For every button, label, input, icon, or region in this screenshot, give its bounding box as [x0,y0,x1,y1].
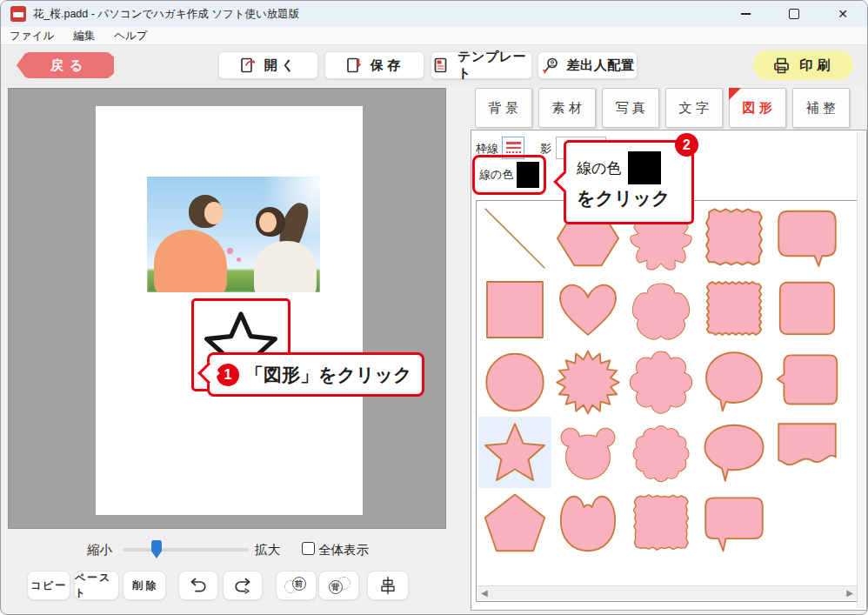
line-style-thin [506,147,521,149]
shape-cell-circle[interactable] [478,345,551,417]
step1-callout: 1 「図形」をクリック [207,352,424,397]
children-photo[interactable] [147,177,320,292]
menu-file[interactable]: ファイル [10,29,54,43]
back-button[interactable]: 戻る [17,52,114,78]
zoom-controls: 縮小 拡大 全体表示 [1,535,464,566]
shape-cell-wavy-ribbon[interactable] [771,417,844,488]
fine-stamp-square-icon [699,276,769,344]
shape-cell-torn-square[interactable] [624,488,698,559]
shape-cell-heart[interactable] [551,274,624,345]
tab-text[interactable]: 文字 [665,88,723,128]
shape-cell-left-point-bubble[interactable] [771,345,844,417]
child-left-face [204,202,224,224]
shape-cell-rounded-square[interactable] [771,274,844,345]
shape-cell-circle-speech-bubble[interactable] [698,345,771,417]
tulip-icon [553,490,623,558]
shape-cell-square[interactable] [478,274,551,345]
tab-adjust[interactable]: 補整 [792,88,850,128]
postcard-page[interactable] [96,106,363,515]
line-style-dotted [506,151,521,153]
oval-speech-bubble-icon [699,418,769,486]
enlarge-label: 拡大 [255,542,280,558]
shape-cell-eight-petal-flower[interactable] [624,345,698,417]
line-color-label: 線の色 [479,167,513,183]
svg-text:〒: 〒 [543,69,549,75]
undo-button[interactable] [178,571,218,600]
redo-icon [232,575,253,596]
zoom-slider-handle[interactable] [151,540,162,558]
shape-cell-star[interactable] [478,417,551,488]
align-center-button[interactable] [367,571,409,600]
scroll-left-icon[interactable]: ◀ [481,589,488,598]
copy-button[interactable]: コピー [27,571,70,600]
flower-dot [227,248,233,254]
app-icon [10,6,26,22]
twelve-petal-flower-icon [626,418,696,486]
shape-cell-diagonal-line[interactable] [478,203,551,274]
template-icon [431,56,451,75]
bear-face-icon [553,418,623,486]
palette-horizontal-scrollbar[interactable]: ◀ ▶ [477,585,857,600]
circle-speech-bubble-icon [699,347,769,415]
pentagon-icon [480,490,550,558]
redo-button[interactable] [223,571,263,600]
tab-photo[interactable]: 写真 [602,88,659,128]
menu-edit[interactable]: 編集 [73,29,95,43]
shape-cell-round-speech-bubble[interactable] [771,203,844,274]
fit-view-checkbox[interactable] [302,542,315,555]
shape-cell-starburst[interactable] [551,345,624,417]
titlebar: 花_桜.padd - パソコンでハガキ作成 ソフト使い放題版 ✕ [1,1,867,27]
sender-placement-label: 差出人配置 [567,57,635,74]
diagonal-line-icon [480,204,550,272]
shape-cell-bear-face[interactable] [551,417,624,488]
shape-panel: 枠線 影 線の色 2 線の色 をクリック [471,130,867,611]
open-button[interactable]: 開く [218,51,318,79]
panel-vertical-scrollbar[interactable] [857,132,865,608]
window-title: 花_桜.padd - パソコンでハガキ作成 ソフト使い放題版 [33,7,299,22]
template-button[interactable]: テンプレート [431,51,532,79]
sender-placement-button[interactable]: 〒 差出人配置 [537,51,638,79]
save-button[interactable]: 保存 [324,51,424,79]
shape-cell-five-petal-flower[interactable] [624,274,698,345]
shape-cell-empty [771,488,844,559]
paste-button[interactable]: ペースト [74,571,119,600]
child-left-body [154,230,227,292]
shape-cell-oval-speech-bubble[interactable] [698,417,771,488]
shape-cell-rect-speech-bubble[interactable] [698,488,771,559]
line-color-swatch[interactable] [517,162,539,188]
maximize-button[interactable] [770,1,818,27]
square-icon [480,276,550,344]
sender-search-icon: 〒 [541,56,560,75]
bring-front-button[interactable]: 前 [276,571,317,600]
print-button[interactable]: 印刷 [753,50,853,80]
left-point-bubble-icon [772,347,842,415]
close-icon: ✕ [838,8,848,20]
selected-tab-corner [729,88,741,100]
torn-square-icon [626,490,696,558]
print-label: 印刷 [799,57,835,74]
tab-shape[interactable]: 図形 [729,88,786,128]
tab-material[interactable]: 素材 [538,88,596,128]
child-right-face [259,212,277,232]
scroll-right-icon[interactable]: ▶ [846,589,853,598]
shape-cell-twelve-petal-flower[interactable] [624,417,698,488]
close-button[interactable]: ✕ [818,1,867,27]
shape-cell-fine-stamp-square[interactable] [698,274,771,345]
five-petal-flower-icon [626,276,696,344]
zoom-slider-track[interactable] [123,548,249,551]
flower-dot [237,257,241,262]
step1-badge: 1 [217,364,239,386]
tab-background[interactable]: 背景 [475,88,532,128]
shape-cell-stamp-square[interactable] [698,203,771,274]
menubar: ファイル 編集 ヘルプ [1,27,867,45]
shape-cell-tulip[interactable] [551,488,624,559]
shape-cell-pentagon[interactable] [478,488,551,559]
menu-help[interactable]: ヘルプ [114,29,147,43]
save-label: 保存 [371,57,404,74]
canvas-area[interactable]: 1 「図形」をクリック [8,88,446,529]
shadow-label: 影 [540,141,551,157]
delete-button[interactable]: 削除 [123,571,166,600]
send-back-button[interactable]: 背 [318,571,359,600]
minimize-button[interactable] [721,1,770,27]
undo-icon [188,575,209,596]
